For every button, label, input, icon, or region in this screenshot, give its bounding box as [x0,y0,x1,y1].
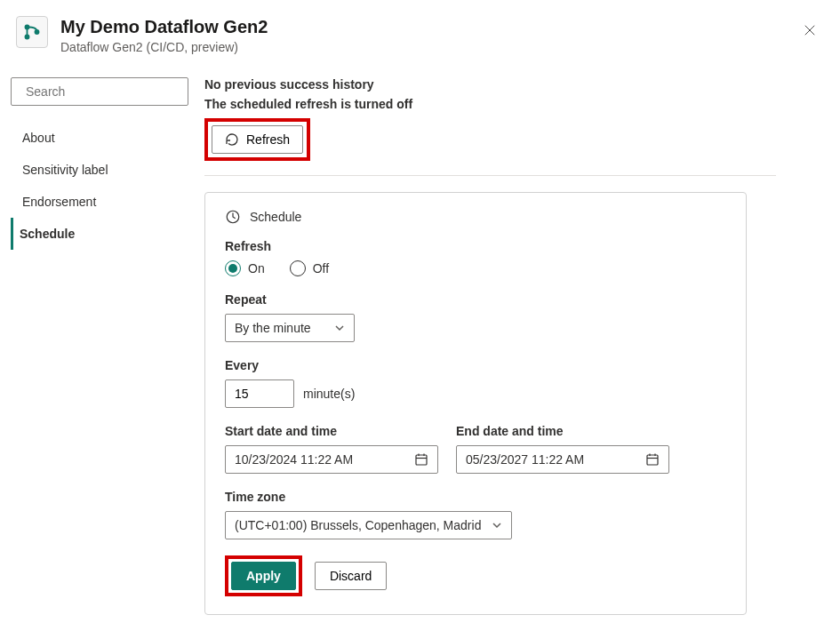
repeat-select[interactable]: By the minute [225,314,355,342]
calendar-icon [414,452,428,467]
sidebar-item-sensitivity-label[interactable]: Sensitivity label [11,154,188,186]
start-date-input[interactable]: 10/23/2024 11:22 AM [225,445,438,474]
schedule-card: Schedule Refresh On Off Repeat By the mi… [204,192,747,615]
svg-point-0 [25,25,28,28]
radio-off-label: Off [313,261,329,276]
clock-icon [225,209,241,225]
every-unit-label: minute(s) [303,387,355,401]
start-date-label: Start date and time [225,424,438,438]
sidebar-item-label: Sensitivity label [22,163,108,177]
sidebar-item-about[interactable]: About [11,122,188,154]
scheduled-off-message: The scheduled refresh is turned off [204,97,776,111]
chevron-down-icon [492,520,502,531]
sidebar-item-endorsement[interactable]: Endorsement [11,186,188,218]
refresh-button[interactable]: Refresh [212,125,303,154]
refresh-icon [225,132,239,147]
close-button[interactable] [796,16,824,44]
repeat-value: By the minute [235,321,311,335]
sidebar-item-label: Schedule [20,227,75,241]
refresh-on-radio[interactable]: On [225,260,265,276]
no-history-message: No previous success history [204,77,776,92]
end-date-input[interactable]: 05/23/2027 11:22 AM [456,445,669,474]
search-input[interactable] [11,77,188,106]
divider [204,175,776,176]
start-date-value: 10/23/2024 11:22 AM [235,452,353,467]
schedule-section-title: Schedule [250,210,301,224]
apply-highlight-box: Apply [225,555,302,596]
refresh-off-radio[interactable]: Off [290,260,329,276]
sidebar-item-label: Endorsement [22,195,96,209]
svg-point-1 [25,35,28,38]
every-label: Every [225,358,726,372]
svg-rect-12 [647,455,658,465]
timezone-select[interactable]: (UTC+01:00) Brussels, Copenhagen, Madrid [225,511,512,539]
page-title: My Demo Dataflow Gen2 [60,16,796,38]
refresh-highlight-box: Refresh [204,118,310,161]
sidebar-item-label: About [22,131,55,145]
refresh-field-label: Refresh [225,239,726,253]
radio-off-icon [290,260,306,276]
radio-on-icon [225,260,241,276]
apply-button[interactable]: Apply [231,562,296,590]
discard-button-label: Discard [330,569,372,583]
svg-rect-8 [416,455,427,465]
dataflow-icon [16,16,48,48]
timezone-label: Time zone [225,490,726,504]
sidebar: About Sensitivity label Endorsement Sche… [11,77,188,615]
main-content: No previous success history The schedule… [188,77,829,615]
chevron-down-icon [334,323,345,333]
every-value-input[interactable] [225,379,294,408]
page-subtitle: Dataflow Gen2 (CI/CD, preview) [60,40,796,54]
sidebar-item-schedule[interactable]: Schedule [11,218,188,250]
end-date-label: End date and time [456,424,669,438]
end-date-value: 05/23/2027 11:22 AM [466,452,584,467]
apply-button-label: Apply [246,569,281,583]
refresh-button-label: Refresh [246,132,290,147]
radio-on-label: On [248,261,265,276]
discard-button[interactable]: Discard [315,562,387,590]
svg-point-2 [35,30,38,34]
calendar-icon [645,452,660,467]
repeat-label: Repeat [225,292,726,307]
timezone-value: (UTC+01:00) Brussels, Copenhagen, Madrid [235,518,481,532]
search-field[interactable] [24,84,183,100]
